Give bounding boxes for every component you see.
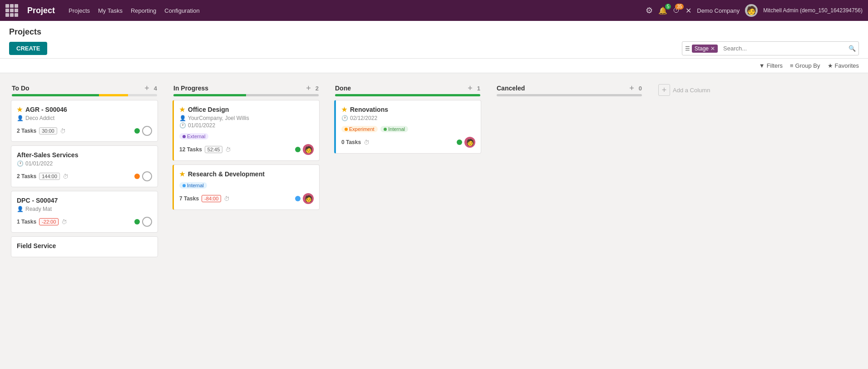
clock-renovations-icon: 🕐 xyxy=(341,115,348,121)
dpc-time-badge: -22:00 xyxy=(39,218,59,225)
research-tag-internal: Internal xyxy=(179,182,207,189)
renovations-tag-experiment: Experiment xyxy=(341,126,378,132)
research-tasks-count: 7 Tasks xyxy=(179,195,199,202)
card-after-sales[interactable]: After-Sales Services 🕐 01/01/2022 2 Task… xyxy=(11,145,158,187)
renovations-avatar: 🧑 xyxy=(464,137,475,148)
after-sales-status-circle[interactable] xyxy=(142,171,152,181)
card-dpc-title: DPC - S00047 xyxy=(17,197,152,204)
star-agr-icon[interactable]: ★ xyxy=(17,106,23,113)
card-office-design-title: ★ Office Design xyxy=(179,106,314,113)
card-renovations-title: ★ Renovations xyxy=(341,106,475,113)
groupby-icon: ≡ xyxy=(790,62,794,69)
dpc-tasks-count: 1 Tasks xyxy=(17,219,36,225)
add-col-label: Add a Column xyxy=(673,87,710,94)
agr-time-badge: 30:00 xyxy=(39,127,57,135)
favorites-button[interactable]: ★ Favorites xyxy=(828,62,859,69)
dpc-status-circle[interactable] xyxy=(142,217,152,227)
col-todo-progress xyxy=(12,94,157,96)
filter-funnel-icon: ▼ xyxy=(759,62,765,69)
card-research-footer: 7 Tasks -84:00 ⏱ 🧑 xyxy=(179,193,314,204)
office-tasks-count: 12 Tasks xyxy=(179,146,202,153)
nav-reporting[interactable]: Reporting xyxy=(131,7,156,14)
brand-title[interactable]: Project xyxy=(27,6,55,15)
search-area: ☰ Stage ✕ 🔍 xyxy=(682,41,859,55)
card-after-sales-meta: 🕐 01/01/2022 xyxy=(17,160,152,167)
after-sales-tasks-count: 2 Tasks xyxy=(17,173,36,180)
research-time-badge: -84:00 xyxy=(202,195,221,202)
search-input[interactable] xyxy=(720,43,847,54)
dpc-status-dot xyxy=(134,219,140,224)
col-inprogress-add-icon[interactable]: + xyxy=(306,84,311,92)
add-column-button[interactable]: + Add a Column xyxy=(654,80,763,100)
agr-status-circle[interactable] xyxy=(142,126,152,136)
apps-grid-icon[interactable] xyxy=(5,4,18,17)
agr-footer-right xyxy=(134,126,152,136)
card-renovations[interactable]: ★ Renovations 🕐 02/12/2022 Experiment In… xyxy=(334,100,481,154)
col-done-add-icon[interactable]: + xyxy=(468,84,473,92)
renovations-tasks-count: 0 Tasks xyxy=(341,139,361,145)
office-time-badge: 52:45 xyxy=(205,146,223,153)
nav-projects[interactable]: Projects xyxy=(69,7,90,14)
person-dpc-icon: 👤 xyxy=(17,206,24,212)
col-canceled-header: Canceled + 0 xyxy=(492,80,646,94)
tag-dot-orange-icon xyxy=(345,128,348,131)
col-todo-add-icon[interactable]: + xyxy=(144,84,149,92)
card-renovations-footer: 0 Tasks ⏱ 🧑 xyxy=(341,137,475,148)
kanban-board: To Do + 4 ★ AGR - S00046 👤 Deco Addict 2… xyxy=(0,73,868,369)
star-research-icon[interactable]: ★ xyxy=(179,170,185,178)
col-canceled-count: 0 xyxy=(639,85,642,92)
dpc-time-icon[interactable]: ⏱ xyxy=(61,219,67,225)
col-inprogress: In Progress + 2 ★ Office Design 👤 YourCo… xyxy=(169,80,323,214)
office-status-dot xyxy=(295,147,301,152)
card-dpc[interactable]: DPC - S00047 👤 Ready Mat 1 Tasks -22:00 … xyxy=(11,191,158,233)
card-after-sales-title: After-Sales Services xyxy=(17,151,152,159)
renovations-status-dot xyxy=(457,140,462,145)
groupby-button[interactable]: ≡ Group By xyxy=(790,62,820,69)
card-dpc-footer: 1 Tasks -22:00 ⏱ xyxy=(17,217,152,227)
card-renovations-meta: 🕐 02/12/2022 xyxy=(341,115,475,121)
after-sales-status-dot xyxy=(134,174,140,179)
renovations-time-icon[interactable]: ⏱ xyxy=(364,139,370,146)
star-renovations-icon[interactable]: ★ xyxy=(341,106,347,113)
search-icon[interactable]: 🔍 xyxy=(848,45,856,52)
card-research-dev[interactable]: ★ Research & Development Internal 7 Task… xyxy=(173,165,320,210)
renovations-tag-internal: Internal xyxy=(380,126,408,132)
clock-icon[interactable]: ⏱35 xyxy=(673,6,680,15)
topnav: Project Projects My Tasks Reporting Conf… xyxy=(0,0,868,21)
research-time-icon[interactable]: ⏱ xyxy=(224,195,230,202)
agr-time-icon[interactable]: ⏱ xyxy=(60,128,66,135)
notifications-icon[interactable]: 🔔5 xyxy=(658,6,667,15)
card-after-sales-footer: 2 Tasks 144:00 ⏱ xyxy=(17,171,152,181)
clock-badge: 35 xyxy=(675,4,684,10)
col-inprogress-header: In Progress + 2 xyxy=(169,80,323,94)
office-time-icon[interactable]: ⏱ xyxy=(225,146,231,153)
after-sales-time-icon[interactable]: ⏱ xyxy=(63,173,69,180)
card-agr-meta: 👤 Deco Addict xyxy=(17,115,152,121)
research-status-dot xyxy=(295,196,301,201)
nav-configuration[interactable]: Configuration xyxy=(164,7,199,14)
col-canceled: Canceled + 0 xyxy=(492,80,646,104)
star-office-icon[interactable]: ★ xyxy=(179,106,185,113)
col-done-progress xyxy=(335,94,480,96)
filters-button[interactable]: ▼ Filters xyxy=(759,62,783,69)
col-canceled-add-icon[interactable]: + xyxy=(629,84,634,92)
card-agr[interactable]: ★ AGR - S00046 👤 Deco Addict 2 Tasks 30:… xyxy=(11,100,158,142)
filter-close-icon[interactable]: ✕ xyxy=(710,45,715,52)
settings-icon[interactable]: ⚙ xyxy=(646,5,653,15)
card-office-meta2: 🕐 01/01/2022 xyxy=(179,122,314,129)
nav-links: Projects My Tasks Reporting Configuratio… xyxy=(69,7,636,14)
card-dpc-meta: 👤 Ready Mat xyxy=(17,206,152,212)
card-field-service[interactable]: Field Service xyxy=(11,236,158,257)
col-canceled-cards xyxy=(492,100,646,104)
office-tag-external: External xyxy=(179,133,208,140)
close-icon[interactable]: ✕ xyxy=(686,6,691,15)
renovations-footer-right: 🧑 xyxy=(457,137,475,148)
clock-office-icon: 🕐 xyxy=(179,122,186,129)
card-office-design[interactable]: ★ Office Design 👤 YourCompany, Joel Will… xyxy=(173,100,320,161)
stage-filter-tag: Stage ✕ xyxy=(692,45,718,53)
page-header: Projects CREATE ☰ Stage ✕ 🔍 xyxy=(0,21,868,59)
avatar[interactable]: 🧑 xyxy=(745,4,758,17)
card-agr-footer: 2 Tasks 30:00 ⏱ xyxy=(17,126,152,136)
nav-my-tasks[interactable]: My Tasks xyxy=(98,7,123,14)
create-button[interactable]: CREATE xyxy=(9,42,47,55)
